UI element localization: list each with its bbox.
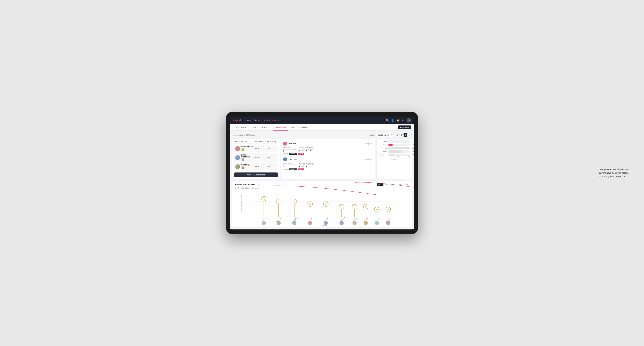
search-icon[interactable]: 🔍 — [386, 119, 389, 122]
svg-point-61 — [386, 221, 390, 225]
rank-badge: 1 — [242, 148, 244, 151]
svg-text:4x: 4x — [354, 206, 356, 208]
pb-avg: 107 — [267, 157, 277, 159]
filter-btn-putt[interactable]: PUTT — [397, 183, 404, 186]
rounds-type-labels-2: Rounds Tournament Practice — [283, 169, 373, 170]
edit-icon[interactable]: ✏ — [256, 134, 258, 136]
tab-pgat-players[interactable]: PGAT Players — [233, 124, 250, 131]
streaks-filter-buttons: OTT APP ARG PUTT — [377, 183, 409, 186]
app-val: 0 — [302, 150, 305, 152]
tab-team-clippd[interactable]: Team Clippd — [273, 124, 288, 131]
tournament-val: 8 — [283, 150, 290, 152]
svg-text:6: 6 — [250, 201, 252, 202]
bar-value-bogeys: 311 — [412, 151, 414, 152]
app-val: 0 — [302, 166, 305, 168]
nav-my-performance[interactable]: My Performance — [264, 119, 279, 122]
tablet-screen: clippd Home Teams My Performance 🔍 👤 🔔 ⚙… — [230, 117, 414, 229]
bar-label-pars: Pars — [378, 148, 388, 149]
bar-fill — [388, 140, 389, 143]
card-player-info: J Josh Coles — [283, 158, 297, 161]
svg-text:7x: 7x — [263, 198, 264, 200]
avatar — [235, 164, 240, 169]
tab-tour[interactable]: Tour — [288, 124, 297, 131]
player-info: Cameron... 3 — [235, 164, 255, 169]
x-axis-labels: 0 200 400 — [378, 156, 410, 158]
grid-view-btn[interactable]: ⊞ — [395, 133, 399, 137]
bar-value-birdies: 96 — [413, 144, 414, 146]
svg-point-16 — [262, 221, 266, 225]
tab-all-players[interactable]: All Players — [297, 124, 311, 131]
period-select[interactable]: Last 3 months — [376, 133, 394, 137]
arg-label: ARG — [306, 164, 309, 166]
player-info: Richard Butler 1 — [235, 146, 255, 151]
player-card-josh: J Josh Coles 26 Aug 2023 Total Rounds To… — [283, 156, 373, 172]
tournament-label: Tournament — [283, 149, 290, 150]
card-player-info: R Rees Britt — [283, 142, 296, 146]
outer-annotation: Here you can see streaks your players ha… — [598, 168, 634, 178]
rank-badge: 2 — [242, 158, 244, 161]
chart-row-eagles: Eagles 3 — [378, 140, 410, 143]
y-axis-label: Best Streak, Fairway Accuracy — [241, 197, 242, 211]
nav-teams[interactable]: Teams — [254, 119, 260, 122]
bar-label-birdies: Birdies — [378, 144, 388, 146]
user-icon[interactable]: 👤 — [391, 119, 394, 122]
table-view-btn[interactable]: ↕ — [408, 133, 412, 137]
svg-text:2: 2 — [250, 211, 252, 213]
svg-text:4: 4 — [250, 206, 252, 208]
filter-btn-ott[interactable]: OTT — [377, 183, 383, 186]
rounds-type-labels: Rounds Tournament Practice — [283, 153, 373, 155]
svg-point-31 — [308, 221, 312, 225]
svg-point-46 — [352, 221, 357, 225]
user-avatar[interactable]: U — [407, 118, 411, 123]
svg-text:0: 0 — [250, 216, 252, 218]
svg-text:5x: 5x — [325, 203, 327, 205]
subnav-tabs: PGAT Players PGA Hcaps 1-5 Team Clippd T… — [233, 124, 311, 131]
practice-activities-label: Total Practice Activities — [298, 147, 314, 148]
streaks-section: Best Round Streaks OTT APP ARG PUTT — [232, 181, 412, 227]
tournament-val: 7 — [283, 166, 290, 168]
bar-container: 96 — [388, 144, 410, 146]
app-label: APP — [302, 149, 305, 150]
logo: clippd — [233, 119, 241, 122]
table-row: Cameron... 3 17/20 103 — [234, 163, 278, 170]
chart-row-birdies: Birdies 96 — [378, 144, 410, 146]
bar-chart-panel: Eagles 3 Birdies 96 — [376, 139, 412, 179]
filter-btn-app[interactable]: APP — [384, 183, 390, 186]
streaks-chart-container: Best Streak, Fairway Accuracy 0 2 4 — [235, 191, 409, 225]
avatar: J — [283, 158, 287, 161]
bar-fill-highlight — [388, 144, 392, 146]
filter-btn-arg[interactable]: ARG — [390, 183, 397, 186]
subnav: PGAT Players PGA Hcaps 1-5 Team Clippd T… — [230, 124, 414, 131]
card-date: 26 Aug 2023 — [364, 159, 373, 160]
add-team-button[interactable]: Add Team — [398, 126, 411, 129]
bell-icon[interactable]: 🔔 — [396, 119, 400, 122]
card-player-name: Josh Coles — [288, 159, 297, 161]
view-full-leaderboard-button[interactable]: View Full Leaderboard — [234, 173, 278, 177]
tab-hcaps[interactable]: Hcaps 1-5 — [259, 124, 273, 131]
tab-pga[interactable]: PGA — [250, 124, 259, 131]
avatar — [235, 146, 240, 151]
nav-home[interactable]: Home — [245, 119, 250, 122]
arg-val: 0 — [306, 166, 309, 168]
svg-text:4x: 4x — [365, 206, 366, 208]
three-col-layout: PLAYER NAME PB SCORE PB AVG SQ Richard B… — [232, 139, 412, 179]
svg-point-21 — [276, 221, 281, 225]
leaderboard-header: PLAYER NAME PB SCORE PB AVG SQ — [234, 140, 278, 144]
svg-point-41 — [340, 221, 344, 225]
team-name: Team Clippd — [232, 134, 243, 136]
table-row: Edward Crossman 2 18/20 107 — [234, 153, 278, 162]
arrow-right-icon — [405, 183, 409, 186]
x-label-200: 200 — [397, 156, 400, 158]
arg-label: ARG — [306, 149, 309, 150]
bar-fill — [388, 154, 394, 156]
practice-val: 4 — [292, 150, 296, 152]
player-count-value: 14 Players — [246, 134, 255, 136]
bar-value-double-bogeys: 131 — [412, 154, 414, 156]
navbar: clippd Home Teams My Performance 🔍 👤 🔔 ⚙… — [230, 117, 414, 124]
settings-icon[interactable]: ⚙ — [402, 119, 404, 122]
card-header: R Rees Britt 02 Sep 2023 — [283, 142, 373, 146]
bar-container: 3 — [388, 140, 410, 143]
card-view-btn[interactable]: ▦ — [404, 133, 408, 137]
practice-val: 2 — [292, 166, 296, 168]
list-view-btn[interactable]: ☰ — [399, 133, 403, 137]
